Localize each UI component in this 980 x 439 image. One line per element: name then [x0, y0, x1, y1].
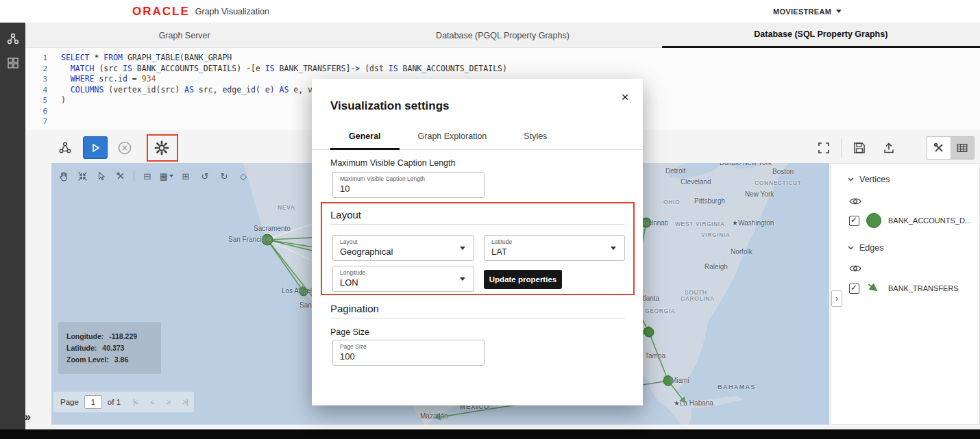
modal-tab-styles[interactable]: Styles: [505, 124, 565, 150]
chevron-down-icon: [460, 277, 465, 281]
layout-picker-icon[interactable]: ▦: [160, 170, 173, 182]
collapse-groups-icon[interactable]: ⊟: [141, 170, 154, 182]
expand-bottom-panel-button[interactable]: »: [25, 411, 31, 423]
fullscreen-button[interactable]: [814, 138, 833, 158]
edge-checkbox[interactable]: [849, 284, 859, 294]
edge-swatch-arrow: [866, 281, 881, 295]
map-toolbar: ⊟ ▦ ⊞ ↺ ↻ ◇: [57, 168, 249, 184]
chevron-down-icon: [836, 10, 842, 13]
graph-query-icon: [6, 32, 20, 46]
tab-graph-server[interactable]: Graph Server: [25, 23, 343, 48]
code-line: SELECT * FROM GRAPH_TABLE(BANK_GRAPH: [61, 53, 973, 64]
fit-to-screen-icon[interactable]: [76, 170, 88, 182]
settings-button[interactable]: [151, 138, 172, 158]
cancel-query-button[interactable]: [114, 138, 135, 158]
line-number: 1: [25, 53, 56, 64]
table-icon: [956, 142, 968, 154]
line-number: 4: [25, 85, 56, 96]
run-query-button[interactable]: [83, 136, 108, 159]
table-view-button[interactable]: [951, 137, 975, 159]
vertex-checkbox[interactable]: [849, 216, 859, 226]
map-pagination: Page of 1 |< < > >|: [53, 392, 194, 412]
upload-icon: [882, 141, 896, 155]
clear-icon[interactable]: ◇: [237, 170, 249, 182]
first-page-button[interactable]: |<: [133, 398, 138, 406]
vertices-title: Vertices: [859, 175, 890, 184]
vertex-label: BANK_ACCOUNTS_D...: [888, 216, 971, 225]
edges-title: Edges: [859, 243, 883, 253]
workspace-name: MOVIESTREAM: [773, 8, 831, 16]
modal-tabbar: General Graph Exploration Styles: [312, 124, 643, 150]
vertex-legend-row: BANK_ACCOUNTS_D...: [849, 213, 971, 228]
line-number: 7: [25, 116, 56, 127]
expand-groups-icon[interactable]: ⊞: [180, 170, 192, 182]
chevron-down-icon: [169, 175, 173, 177]
page-number-input[interactable]: [84, 395, 102, 409]
last-page-button[interactable]: >|: [182, 398, 187, 406]
graph-node[interactable]: [299, 288, 308, 296]
tab-database-pgql[interactable]: Database (PGQL Property Graphs): [343, 23, 661, 48]
graph-edge[interactable]: [649, 332, 668, 381]
oracle-wordmark: ORACLE: [132, 5, 190, 18]
layout-select-value: Geographical: [340, 247, 393, 257]
workspace-dropdown[interactable]: MOVIESTREAM: [773, 0, 842, 23]
page-of-label: of 1: [108, 398, 121, 406]
visualization-settings-modal: Visualization settings × General Graph E…: [312, 79, 643, 405]
next-page-button[interactable]: >: [167, 398, 170, 406]
undo-icon[interactable]: ↺: [199, 170, 211, 182]
caption-length-input[interactable]: Maximum Visible Caption Length 10: [332, 172, 485, 198]
longitude-label: Longitude:: [66, 332, 103, 340]
graph-node[interactable]: [262, 234, 273, 245]
oracle-logo: ORACLE Graph Visualization: [132, 0, 269, 23]
graph-node[interactable]: [663, 376, 673, 386]
code-line: MATCH (src IS BANK_ACCOUNTS_DETAILS) -[e…: [61, 64, 973, 75]
page-size-value: 100: [340, 351, 355, 362]
close-icon[interactable]: ×: [617, 90, 633, 105]
graph-node[interactable]: [641, 218, 651, 227]
page-size-input[interactable]: Page Size 100: [332, 340, 485, 366]
vertices-section-header[interactable]: Vertices: [848, 175, 890, 184]
legend-panel: Vertices BANK_ACCOUNTS_D... Edges BANK_T…: [831, 163, 980, 425]
tools-view-button[interactable]: [927, 137, 951, 159]
prev-page-button[interactable]: <: [150, 398, 154, 406]
page-label: Page: [60, 398, 79, 406]
select-pointer-icon[interactable]: [95, 170, 108, 182]
tab-database-sql[interactable]: Database (SQL Property Graphs): [662, 23, 980, 48]
panel-collapse-button[interactable]: ›: [831, 290, 842, 307]
main-tabbar: Graph Server Database (PGQL Property Gra…: [25, 23, 980, 48]
caption-length-label: Maximum Visible Caption Length: [330, 158, 456, 168]
page-size-float-label: Page Size: [340, 343, 367, 350]
left-sidebar: [0, 23, 25, 429]
sidebar-item-dashboard[interactable]: [5, 55, 21, 71]
chevron-down-icon: [848, 246, 854, 250]
page-size-label: Page Size: [330, 327, 369, 337]
modal-tab-general[interactable]: General: [330, 124, 400, 150]
map-tools-icon[interactable]: [114, 170, 127, 182]
latitude-select-label: Latitude: [491, 238, 512, 245]
pan-hand-icon[interactable]: [57, 170, 69, 182]
grid-dashboard-icon: [7, 57, 19, 69]
run-as-graph-button[interactable]: [55, 138, 75, 158]
graph-node[interactable]: [644, 327, 654, 337]
layout-select-label: Layout: [340, 238, 358, 245]
save-button[interactable]: [850, 138, 869, 158]
latitude-select-value: LAT: [491, 247, 507, 257]
editor-gutter: 1234567: [25, 53, 56, 127]
play-icon: [88, 141, 102, 155]
modal-tab-graph-exploration[interactable]: Graph Exploration: [400, 124, 506, 150]
eye-icon: [849, 197, 861, 206]
vertices-visibility-button[interactable]: [849, 197, 861, 206]
sidebar-item-graph-queries[interactable]: [5, 31, 21, 47]
redo-icon[interactable]: ↻: [218, 170, 230, 182]
latitude-select[interactable]: Latitude LAT: [484, 235, 625, 261]
update-properties-button[interactable]: Update properties: [484, 270, 562, 289]
view-toggle-group: [927, 136, 975, 160]
layout-select[interactable]: Layout Geographical: [332, 235, 474, 261]
edges-section-header[interactable]: Edges: [848, 243, 883, 253]
longitude-select[interactable]: Longitude LON: [332, 266, 474, 292]
line-number: 6: [25, 106, 56, 117]
layout-section-title: Layout: [330, 209, 361, 221]
upload-button[interactable]: [879, 138, 898, 158]
layout-grid-glyph: ▦: [160, 171, 168, 181]
edges-visibility-button[interactable]: [849, 264, 861, 273]
